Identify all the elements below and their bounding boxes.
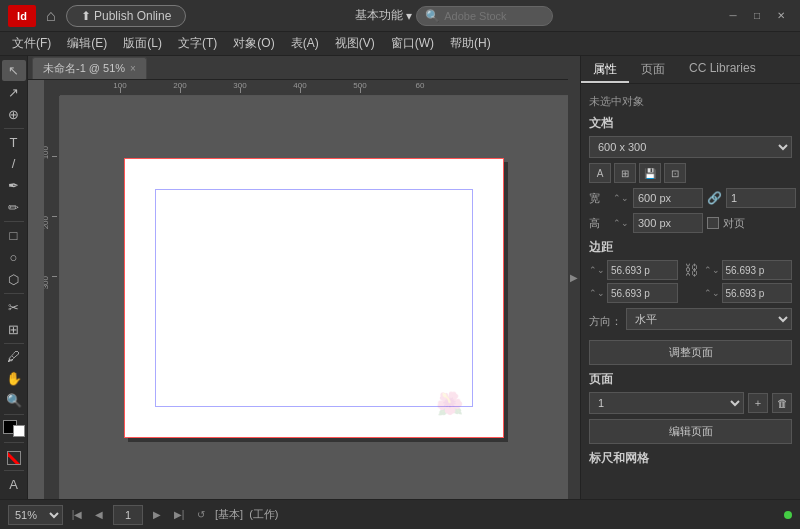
tool-zoom[interactable]: 🔍 xyxy=(2,390,26,411)
zoom-select[interactable]: 51% xyxy=(8,505,63,525)
tool-rect[interactable]: □ xyxy=(2,225,26,246)
height-input[interactable] xyxy=(633,213,703,233)
nav-btn-first[interactable]: |◀ xyxy=(69,507,85,523)
doc-icon-layout[interactable]: ⊞ xyxy=(614,163,636,183)
tool-separator-1 xyxy=(4,128,24,129)
nav-btn-next[interactable]: ▶ xyxy=(149,507,165,523)
margin-right-input[interactable] xyxy=(722,260,793,280)
maximize-button[interactable]: □ xyxy=(746,8,768,24)
width-row: 宽 ⌃⌄ 🔗 xyxy=(589,188,792,208)
ruler-v-label-100: 100 xyxy=(44,146,50,159)
minimize-button[interactable]: ─ xyxy=(722,8,744,24)
facing-pages-checkbox[interactable] xyxy=(707,217,719,229)
tool-pencil[interactable]: ✏ xyxy=(2,197,26,218)
tool-polygon[interactable]: ⬡ xyxy=(2,269,26,290)
app-logo: Id xyxy=(8,5,36,27)
doc-icon-save[interactable]: 💾 xyxy=(639,163,661,183)
canvas-area: 未命名-1 @ 51% × 100 200 300 400 500 60 100… xyxy=(28,56,568,499)
tool-direct-select[interactable]: ↗ xyxy=(2,82,26,103)
margin-bottom-input[interactable] xyxy=(607,283,678,303)
base-label: [基本] xyxy=(215,507,243,522)
tool-color-box[interactable] xyxy=(3,420,25,437)
page-canvas: 🌺 xyxy=(60,96,568,499)
tool-scissors[interactable]: ✂ xyxy=(2,297,26,318)
orientation-select[interactable]: 水平 xyxy=(626,308,792,330)
close-button[interactable]: ✕ xyxy=(770,8,792,24)
margin-top-row: ⌃⌄ xyxy=(589,260,678,280)
page-inner-box xyxy=(155,189,473,407)
ruler-vertical: 100 200 300 xyxy=(44,96,60,499)
right-panel: 属性 页面 CC Libraries 未选中对象 文档 600 x 300 A … xyxy=(580,56,800,499)
search-icon: 🔍 xyxy=(425,9,440,23)
tool-separator-5 xyxy=(4,414,24,415)
nav-btn-last[interactable]: ▶| xyxy=(171,507,187,523)
tool-text[interactable]: T xyxy=(2,132,26,153)
menu-table[interactable]: 表(A) xyxy=(283,33,327,54)
document-tab[interactable]: 未命名-1 @ 51% × xyxy=(32,57,147,79)
tool-hand[interactable]: ✋ xyxy=(2,368,26,389)
ruler-horizontal: 100 200 300 400 500 60 xyxy=(60,80,568,96)
menu-file[interactable]: 文件(F) xyxy=(4,33,59,54)
search-bar[interactable]: 🔍 xyxy=(416,6,553,26)
tool-ellipse[interactable]: ○ xyxy=(2,247,26,268)
tool-transform[interactable]: ⊞ xyxy=(2,319,26,340)
tool-line[interactable]: / xyxy=(2,154,26,175)
menu-help[interactable]: 帮助(H) xyxy=(442,33,499,54)
tool-separator-4 xyxy=(4,343,24,344)
add-page-button[interactable]: + xyxy=(748,393,768,413)
doc-size-select[interactable]: 600 x 300 xyxy=(589,136,792,158)
tab-cc-libraries[interactable]: CC Libraries xyxy=(677,56,768,83)
workspace-dropdown[interactable]: 基本功能 ▾ xyxy=(355,7,412,24)
menu-view[interactable]: 视图(V) xyxy=(327,33,383,54)
page-select[interactable]: 1 xyxy=(589,392,744,414)
ruler-h-tick-500 xyxy=(360,88,361,93)
tab-properties[interactable]: 属性 xyxy=(581,56,629,83)
tool-select[interactable]: ↖ xyxy=(2,60,26,81)
section-doc-label: 文档 xyxy=(589,115,792,132)
doc-icon-a[interactable]: A xyxy=(589,163,611,183)
orient-label: 方向： xyxy=(589,314,622,329)
menu-edit[interactable]: 编辑(E) xyxy=(59,33,115,54)
ruler-v-tick-100 xyxy=(52,156,57,157)
margin-left-input[interactable] xyxy=(722,283,793,303)
status-right xyxy=(784,511,792,519)
refresh-btn[interactable]: ↺ xyxy=(193,507,209,523)
panel-expand-arrow[interactable]: ▶ xyxy=(568,56,580,499)
edit-page-button[interactable]: 编辑页面 xyxy=(589,419,792,444)
menu-text[interactable]: 文字(T) xyxy=(170,33,225,54)
tool-separator-7 xyxy=(4,470,24,471)
publish-online-button[interactable]: ⬆ Publish Online xyxy=(66,5,187,27)
tab-bar: 未命名-1 @ 51% × xyxy=(28,56,568,80)
page-white[interactable]: 🌺 xyxy=(124,158,504,438)
adjust-page-button[interactable]: 调整页面 xyxy=(589,340,792,365)
window-controls: ─ □ ✕ xyxy=(722,8,792,24)
tab-close-btn[interactable]: × xyxy=(130,63,136,74)
page-ctrl-row: 1 + 🗑 xyxy=(589,392,792,414)
link-icon: 🔗 xyxy=(707,191,722,205)
ruler-h-tick-200 xyxy=(180,88,181,93)
tool-page[interactable]: ⊕ xyxy=(2,104,26,125)
tool-eyedropper[interactable]: 🖊 xyxy=(2,347,26,368)
work-label: (工作) xyxy=(249,507,278,522)
pages-input[interactable] xyxy=(726,188,796,208)
no-selection-label: 未选中对象 xyxy=(589,94,792,109)
watermark: 🌺 xyxy=(436,391,463,417)
search-input[interactable] xyxy=(444,10,544,22)
delete-page-button[interactable]: 🗑 xyxy=(772,393,792,413)
tool-frame-text[interactable]: A xyxy=(2,474,26,495)
status-green-dot xyxy=(784,511,792,519)
width-arrows: ⌃⌄ xyxy=(613,193,629,203)
margin-top-input[interactable] xyxy=(607,260,678,280)
menu-object[interactable]: 对象(O) xyxy=(225,33,282,54)
tool-pen[interactable]: ✒ xyxy=(2,175,26,196)
menu-window[interactable]: 窗口(W) xyxy=(383,33,442,54)
doc-icon-more[interactable]: ⊡ xyxy=(664,163,686,183)
tab-pages[interactable]: 页面 xyxy=(629,56,677,83)
page-number-input[interactable] xyxy=(113,505,143,525)
width-input[interactable] xyxy=(633,188,703,208)
nav-btn-prev[interactable]: ◀ xyxy=(91,507,107,523)
home-button[interactable]: ⌂ xyxy=(44,5,58,27)
menu-layout[interactable]: 版面(L) xyxy=(115,33,170,54)
section-margin-label: 边距 xyxy=(589,239,792,256)
tool-none-color[interactable] xyxy=(2,446,26,467)
